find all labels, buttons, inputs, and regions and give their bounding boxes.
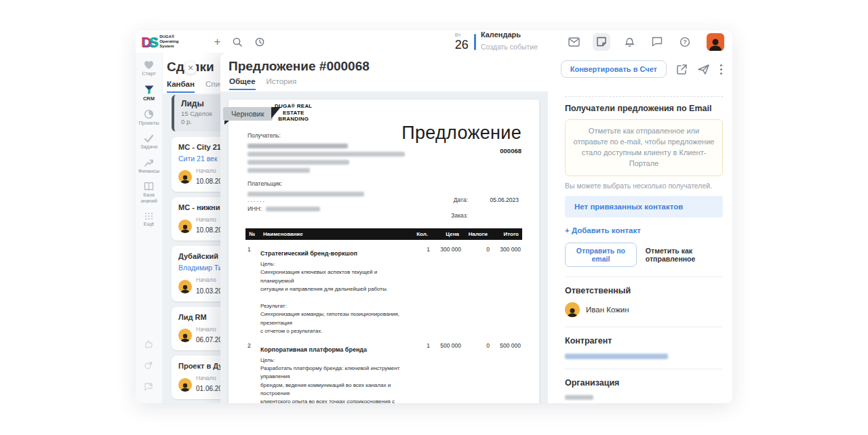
redacted-organization-value	[565, 395, 593, 400]
divider	[565, 369, 723, 369]
sidebar-item-projects[interactable]: Проекты	[136, 109, 162, 127]
start-icon	[144, 60, 154, 70]
item-name: Корпоративная платформа бренда	[260, 346, 367, 353]
send-by-email-button[interactable]: Отправить по email	[565, 243, 637, 267]
responsible-title: Ответственный	[565, 286, 723, 295]
calendar-create-event[interactable]: Создать событие	[481, 43, 538, 51]
note-icon	[596, 37, 607, 47]
email-recipients-title: Получатели предложения по Email	[565, 104, 723, 113]
draft-ribbon: Черновик	[223, 107, 273, 121]
redacted-inn-value	[266, 207, 320, 211]
item-name: Стратегический бренд-воркшоп	[260, 250, 357, 257]
document-title: Предложение	[401, 123, 521, 144]
mail-icon	[568, 37, 580, 47]
misc-icon-2	[144, 360, 153, 370]
redacted-recipient-address-2	[248, 160, 349, 165]
col-name: Наименование	[262, 231, 405, 237]
topbar-date: Вт 26	[455, 33, 469, 51]
add-contact-link[interactable]: + Добавить контакт	[565, 226, 723, 234]
item-tax: 0	[462, 246, 491, 336]
vendor-logo: DUGA® REAL ESTATE BRANDING	[275, 103, 312, 123]
responsible-name[interactable]: Иван Кожин	[586, 306, 629, 314]
divider	[565, 276, 723, 277]
date-label: Дата:	[454, 196, 468, 203]
convert-to-invoice-button[interactable]: Конвертировать в Счет	[561, 60, 667, 78]
deal-start-date: 01.06.20	[196, 385, 222, 392]
finance-icon	[144, 158, 154, 167]
date-divider	[474, 34, 476, 50]
knowledge-base-icon	[144, 182, 154, 191]
email-recipients-hint: Вы можете выбрать несколько получателей.	[565, 182, 723, 190]
sidebar-item-crm[interactable]: CRM	[136, 85, 162, 102]
sidebar-item-knowledge-base[interactable]: База знаний	[136, 182, 162, 204]
draft-ribbon-label: Черновик	[231, 110, 264, 118]
sidebar-item-label: CRM	[143, 96, 155, 102]
open-in-new-icon[interactable]	[676, 64, 688, 75]
mail-button[interactable]	[565, 33, 583, 51]
col-number: №	[248, 231, 262, 237]
user-avatar[interactable]	[707, 33, 724, 51]
email-recipients-input[interactable]: Отметьте как отправленное или отправьте …	[565, 119, 723, 176]
bell-icon	[625, 37, 635, 47]
sidebar-item-start[interactable]: Старт	[136, 60, 162, 77]
proposal-title: Предложение #000068	[229, 59, 370, 74]
more-menu-icon[interactable]	[719, 64, 723, 75]
item-row: 1 Стратегический бренд-воркшоп Цель: Син…	[245, 240, 522, 336]
tab-general[interactable]: Общее	[229, 77, 256, 90]
help-button[interactable]: ?	[676, 33, 694, 51]
sidebar-rail: Старт CRM Проекты Задачи	[136, 53, 163, 403]
sidebar-item-tasks[interactable]: Задачи	[136, 134, 162, 150]
sidebar-extra-icons	[136, 339, 161, 391]
tab-kanban[interactable]: Канбан	[167, 80, 195, 93]
dashed-divider	[565, 96, 723, 97]
logo-mark: DS	[141, 35, 157, 49]
send-icon[interactable]	[697, 64, 710, 75]
dots-separator: ......	[248, 196, 266, 203]
mark-as-sent-button[interactable]: Отметить как отправленное	[646, 247, 723, 263]
sidebar-item-more[interactable]: Ещё	[136, 211, 162, 228]
notifications-button[interactable]	[620, 33, 638, 51]
projects-icon	[144, 109, 154, 119]
sidebar-item-finance[interactable]: Финансы	[136, 158, 162, 175]
history-icon[interactable]	[254, 37, 265, 47]
misc-icon-1	[144, 339, 153, 349]
col-price: Цена	[429, 231, 460, 237]
redacted-counterparty-link[interactable]	[565, 354, 668, 359]
col-total: Итого	[489, 231, 520, 237]
deal-start-label: Начало	[196, 277, 222, 283]
deal-avatar	[178, 329, 192, 342]
item-tax: 0	[462, 342, 491, 403]
item-price: 300 000	[431, 246, 462, 336]
items-table: № Наименование Кол. Цена Налоги Итого 1 …	[245, 228, 522, 403]
deal-start-date: 10.08.20	[196, 178, 222, 185]
deal-avatar	[178, 170, 192, 184]
search-icon[interactable]	[232, 37, 243, 47]
calendar-title: Календарь	[481, 30, 538, 39]
order-label: Заказ:	[451, 212, 468, 219]
chat-button[interactable]	[648, 33, 666, 51]
date-day: 26	[455, 38, 469, 51]
no-linked-contacts-notice: Нет привязанных контактов	[565, 196, 723, 218]
responsible-avatar	[565, 302, 580, 317]
deal-avatar	[178, 280, 192, 293]
notes-button[interactable]	[593, 33, 610, 51]
counterparty-title: Контрагент	[565, 336, 723, 346]
item-total: 500 000	[491, 342, 522, 403]
date-weekday: Вт	[455, 33, 469, 38]
topbar: DS DUGA® Operating System + Вт 26 Календ…	[136, 30, 732, 53]
svg-text:?: ?	[683, 39, 686, 45]
app-logo[interactable]: DS DUGA® Operating System	[141, 35, 179, 49]
misc-icon-3	[144, 381, 153, 391]
proposal-document: Черновик DUGA® REAL ESTATE BRANDING Полу…	[229, 100, 539, 403]
calendar-widget[interactable]: Календарь Создать событие	[481, 30, 538, 53]
tab-history[interactable]: История	[267, 77, 297, 90]
item-description: Цель: Разработать платформу бренда: ключ…	[260, 356, 407, 403]
help-icon: ?	[679, 37, 690, 47]
send-by-email-label: Отправить по email	[576, 247, 625, 263]
payer-label: Плательщик:	[248, 180, 282, 187]
add-icon[interactable]: +	[214, 36, 221, 47]
organization-title: Организация	[565, 378, 723, 388]
close-deals-tab-button[interactable]: ✕	[184, 62, 197, 74]
deal-start-label: Начало	[196, 375, 222, 381]
sidebar-item-label: Финансы	[138, 169, 160, 175]
